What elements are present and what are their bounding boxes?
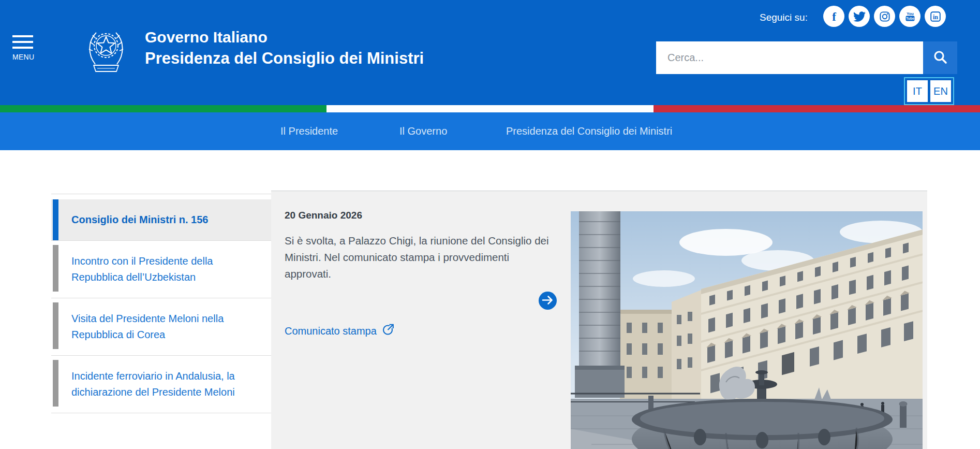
site-header: MENU Governo Italiano Presidenza del Con… xyxy=(0,0,980,105)
article-summary: Si è svolta, a Palazzo Chigi, la riunion… xyxy=(285,233,558,282)
menu-button[interactable]: MENU xyxy=(12,35,37,61)
svg-text:f: f xyxy=(832,10,836,23)
flag-stripe-green xyxy=(0,105,326,112)
news-item-label: Consiglio dei Ministri n. 156 xyxy=(71,214,208,225)
item-bar xyxy=(53,302,58,349)
item-bar xyxy=(53,360,58,407)
linkedin-icon[interactable]: in xyxy=(925,6,946,27)
instagram-icon[interactable] xyxy=(874,6,895,27)
press-release-link[interactable]: Comunicato stampa xyxy=(285,323,396,339)
flag-stripe-red xyxy=(654,105,980,112)
news-item-label: Incidente ferroviario in Andalusia, la d… xyxy=(71,370,235,398)
active-item-bar xyxy=(53,199,58,240)
social-icons-row: f YouTube in xyxy=(823,6,946,27)
news-item-1[interactable]: Incontro con il Presidente della Repubbl… xyxy=(51,241,271,298)
lang-en-button[interactable]: EN xyxy=(930,80,951,102)
article-text-column: 20 Gennaio 2026 Si è svolta, a Palazzo C… xyxy=(285,210,558,282)
news-item-label: Visita del Presidente Meloni nella Repub… xyxy=(71,313,224,340)
site-title-line2: Presidenza del Consiglio dei Ministri xyxy=(145,48,424,69)
site-title-line1: Governo Italiano xyxy=(145,27,424,48)
press-release-label: Comunicato stampa xyxy=(285,325,377,337)
search-input[interactable] xyxy=(656,41,923,74)
menu-label: MENU xyxy=(12,53,37,61)
search-icon xyxy=(932,49,948,66)
site-title[interactable]: Governo Italiano Presidenza del Consigli… xyxy=(145,27,424,69)
nav-item-2[interactable]: Presidenza del Consiglio dei Ministri xyxy=(506,112,672,150)
nav-item-1[interactable]: Il Governo xyxy=(399,112,447,150)
svg-text:in: in xyxy=(932,13,938,21)
news-item-0[interactable]: Consiglio dei Ministri n. 156 xyxy=(51,199,271,241)
search-button[interactable] xyxy=(923,41,957,74)
youtube-icon[interactable]: YouTube xyxy=(899,6,920,27)
social-follow-label: Seguici su: xyxy=(760,12,808,23)
news-list: Consiglio dei Ministri n. 156Incontro co… xyxy=(51,194,271,413)
article-date: 20 Gennaio 2026 xyxy=(285,210,558,221)
nav-item-0[interactable]: Il Presidente xyxy=(280,112,338,150)
news-item-2[interactable]: Visita del Presidente Meloni nella Repub… xyxy=(51,298,271,356)
twitter-icon[interactable] xyxy=(849,6,870,27)
hamburger-icon xyxy=(12,35,33,37)
arrow-right-icon xyxy=(539,291,557,311)
svg-text:Tube: Tube xyxy=(905,17,914,20)
item-bar xyxy=(53,245,58,292)
news-item-3[interactable]: Incidente ferroviario in Andalusia, la d… xyxy=(51,356,271,413)
flag-stripe xyxy=(0,105,980,112)
italy-emblem-icon xyxy=(85,26,127,78)
flag-stripe-white xyxy=(326,105,653,112)
external-link-icon xyxy=(382,323,396,339)
lang-it-button[interactable]: IT xyxy=(907,80,928,102)
article-photo xyxy=(571,211,923,449)
search-box xyxy=(656,41,957,74)
next-slide-button[interactable] xyxy=(539,292,557,310)
svg-text:You: You xyxy=(907,11,914,16)
main-nav: Il PresidenteIl GovernoPresidenza del Co… xyxy=(0,112,980,150)
highlight-panel: 20 Gennaio 2026 Si è svolta, a Palazzo C… xyxy=(271,191,927,449)
language-switcher: IT EN xyxy=(904,77,954,105)
news-item-label: Incontro con il Presidente della Repubbl… xyxy=(71,255,213,283)
facebook-icon[interactable]: f xyxy=(823,6,844,27)
palazzo-chigi-photo-illustration xyxy=(571,211,923,449)
